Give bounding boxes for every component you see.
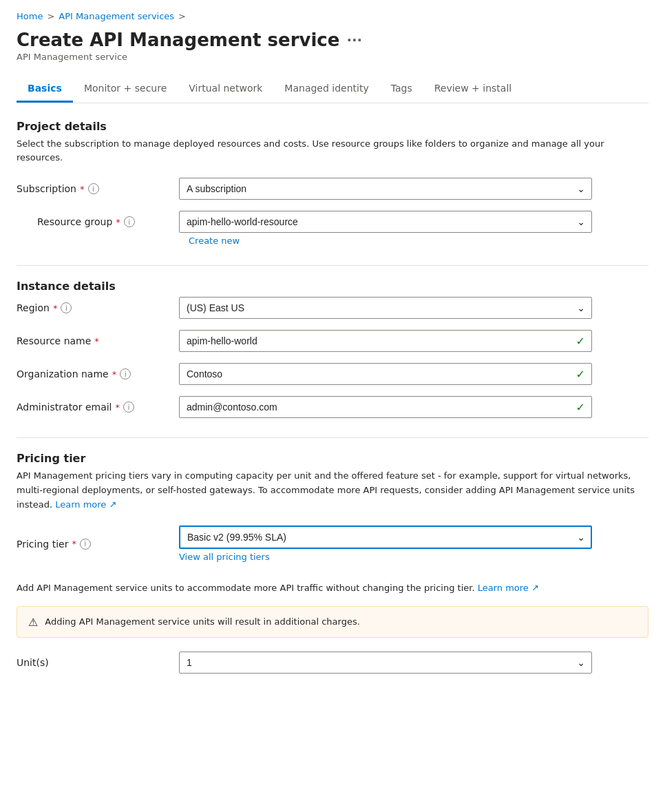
admin-email-row: Administrator email * i ✓ (17, 396, 648, 418)
pricing-tier-control: Basic v2 (99.95% SLA) ⌄ View all pricing… (179, 525, 592, 562)
org-name-check-icon: ✓ (576, 368, 585, 381)
resource-name-input-wrapper: ✓ (179, 330, 592, 352)
units-section: Add API Management service units to acco… (17, 581, 648, 674)
tab-vnet[interactable]: Virtual network (178, 76, 273, 103)
breadcrumb-sep2: > (178, 11, 186, 21)
org-name-input-wrapper: ✓ (179, 363, 592, 385)
project-details-section: Project details Select the subscription … (17, 120, 648, 246)
resource-group-control: apim-hello-world-resource ⌄ (179, 211, 592, 233)
pricing-tier-required: * (72, 539, 76, 549)
resource-name-label: Resource name * (17, 335, 168, 346)
region-required: * (53, 303, 58, 313)
warning-text: Adding API Management service units will… (45, 615, 359, 629)
tab-tags[interactable]: Tags (380, 76, 423, 103)
admin-email-required: * (116, 402, 120, 413)
units-learn-more-link[interactable]: Learn more ↗ (478, 583, 539, 593)
pricing-tier-title: Pricing tier (17, 452, 648, 465)
subscription-control: A subscription ⌄ (179, 178, 592, 200)
create-new-link[interactable]: Create new (189, 236, 648, 246)
region-info-icon[interactable]: i (61, 302, 72, 313)
pricing-tier-section: Pricing tier API Management pricing tier… (17, 452, 648, 562)
page-title-wrapper: Create API Management service ··· (17, 30, 648, 50)
resource-name-row: Resource name * ✓ (17, 330, 648, 352)
resource-group-label: Resource group * i (17, 216, 168, 227)
units-dropdown[interactable]: 1 (179, 652, 592, 674)
instance-details-section: Instance details Region * i (US) East US… (17, 280, 648, 418)
ellipsis-menu[interactable]: ··· (346, 32, 362, 48)
instance-details-title: Instance details (17, 280, 648, 293)
tab-review[interactable]: Review + install (423, 76, 523, 103)
admin-email-input[interactable] (179, 396, 592, 418)
warning-icon: ⚠ (28, 616, 38, 629)
page-title: Create API Management service (17, 30, 339, 50)
tab-basics[interactable]: Basics (17, 76, 73, 103)
admin-email-control: ✓ (179, 396, 592, 418)
region-label: Region * i (17, 302, 168, 313)
pricing-tier-label: Pricing tier * i (17, 539, 168, 550)
admin-email-info-icon[interactable]: i (123, 402, 134, 413)
tab-managed-identity[interactable]: Managed identity (273, 76, 379, 103)
units-control: 1 ⌄ (179, 652, 592, 674)
org-name-row: Organization name * i ✓ (17, 363, 648, 385)
subscription-dropdown[interactable]: A subscription (179, 178, 592, 200)
breadcrumb-sep1: > (47, 11, 54, 21)
region-row: Region * i (US) East US ⌄ (17, 297, 648, 319)
subscription-info-icon[interactable]: i (88, 183, 99, 194)
subscription-row: Subscription * i A subscription ⌄ (17, 178, 648, 200)
admin-email-check-icon: ✓ (576, 401, 585, 414)
pricing-tier-info-icon[interactable]: i (80, 539, 91, 550)
subscription-required: * (80, 184, 85, 194)
admin-email-label: Administrator email * i (17, 402, 168, 413)
pricing-learn-more-link[interactable]: Learn more ↗ (55, 499, 116, 510)
tab-monitor[interactable]: Monitor + secure (73, 76, 178, 103)
page-subtitle: API Management service (17, 52, 648, 62)
resource-name-control: ✓ (179, 330, 592, 352)
org-name-info-icon[interactable]: i (120, 368, 131, 379)
view-all-pricing-link[interactable]: View all pricing tiers (179, 552, 592, 562)
resource-group-dropdown[interactable]: apim-hello-world-resource (179, 211, 592, 233)
warning-box: ⚠ Adding API Management service units wi… (17, 606, 648, 638)
units-dropdown-wrapper: 1 ⌄ (179, 652, 592, 674)
tabs: Basics Monitor + secure Virtual network … (17, 76, 648, 103)
resource-name-input[interactable] (179, 330, 592, 352)
section-divider-1 (17, 265, 648, 266)
region-control: (US) East US ⌄ (179, 297, 592, 319)
pricing-tier-description: API Management pricing tiers vary in com… (17, 469, 648, 512)
region-dropdown-wrapper: (US) East US ⌄ (179, 297, 592, 319)
org-name-required: * (112, 369, 117, 379)
section-divider-2 (17, 437, 648, 438)
resource-group-row: Resource group * i apim-hello-world-reso… (17, 211, 648, 233)
subscription-label: Subscription * i (17, 183, 168, 194)
breadcrumb-api-management[interactable]: API Management services (59, 11, 174, 21)
resource-group-required: * (116, 217, 120, 227)
admin-email-input-wrapper: ✓ (179, 396, 592, 418)
resource-group-dropdown-wrapper: apim-hello-world-resource ⌄ (179, 211, 592, 233)
subscription-dropdown-wrapper: A subscription ⌄ (179, 178, 592, 200)
breadcrumb-home[interactable]: Home (17, 11, 43, 21)
pricing-tier-dropdown[interactable]: Basic v2 (99.95% SLA) (179, 525, 592, 549)
region-dropdown[interactable]: (US) East US (179, 297, 592, 319)
pricing-tier-dropdown-wrapper: Basic v2 (99.95% SLA) ⌄ (179, 525, 592, 549)
units-description: Add API Management service units to acco… (17, 581, 648, 595)
breadcrumb: Home > API Management services > (17, 11, 648, 21)
org-name-control: ✓ (179, 363, 592, 385)
org-name-label: Organization name * i (17, 368, 168, 379)
pricing-tier-row: Pricing tier * i Basic v2 (99.95% SLA) ⌄… (17, 525, 648, 562)
units-row: Unit(s) 1 ⌄ (17, 652, 648, 674)
units-label: Unit(s) (17, 657, 168, 668)
resource-group-info-icon[interactable]: i (124, 216, 135, 227)
resource-name-required: * (94, 336, 99, 346)
resource-name-check-icon: ✓ (576, 335, 585, 348)
project-details-description: Select the subscription to manage deploy… (17, 137, 648, 164)
project-details-title: Project details (17, 120, 648, 133)
org-name-input[interactable] (179, 363, 592, 385)
